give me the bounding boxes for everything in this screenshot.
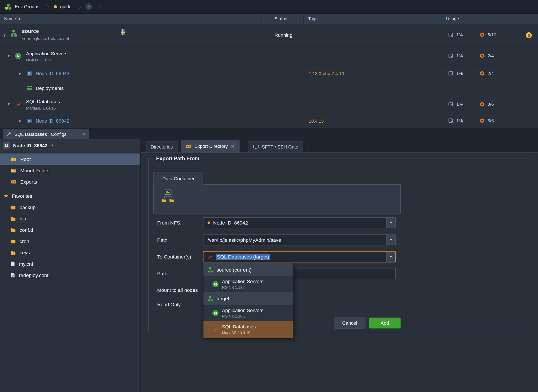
node-group-version: NGINX 1.18.0 (26, 58, 51, 62)
cloudlets-icon (480, 102, 485, 107)
monitor-icon (253, 145, 259, 149)
tree-item-cron[interactable]: cron (0, 235, 139, 247)
tree-item-mount-points[interactable]: Mount Points (0, 165, 139, 176)
from-nfs-select[interactable]: Node ID: 86942 ▼ (203, 217, 396, 228)
folder-icon (10, 239, 16, 243)
tree-item-root[interactable]: Root (0, 154, 139, 165)
dropdown-item-app-servers-target[interactable]: N Application Servers NGINX 1.18.0 (204, 305, 293, 321)
environment-icon (208, 296, 213, 301)
cloudlets-icon (480, 32, 485, 37)
folder-icon (11, 157, 16, 162)
nginx-icon: N (212, 281, 218, 287)
cloudlets-value: 3/6 (487, 102, 494, 107)
breadcrumb-env-groups[interactable]: Env Groups (0, 0, 44, 14)
tab-sql-databases-configs[interactable]: SQL Databases : Configs ✕ (3, 129, 89, 139)
tree-item-confd[interactable]: conf.d (0, 224, 139, 235)
tab-data-container[interactable]: Data Container (153, 172, 203, 185)
tree-item-label: Root (20, 156, 31, 162)
column-divider (303, 15, 304, 23)
env-row-node-86943[interactable]: ▸ Node ID: 86943 1.18.0-php-7.4.10 1% 2/… (0, 66, 538, 81)
disk-usage-icon (449, 102, 453, 106)
dropdown-group-label: target (216, 296, 229, 301)
sort-asc-icon: ▲ (18, 17, 21, 20)
tree-item-label: bin (20, 216, 26, 221)
tree-item-keys[interactable]: keys (0, 247, 139, 258)
column-usage-label: Usage (446, 16, 459, 21)
cancel-button[interactable]: Cancel (334, 317, 365, 328)
disk-usage-value: 1% (456, 102, 463, 107)
mariadb-icon (208, 254, 213, 259)
dropdown-group-source[interactable]: source (current) (204, 263, 293, 276)
tab-export-directory[interactable]: Export Directory ✕ (181, 140, 239, 153)
env-row-deployments[interactable]: Deployments (0, 81, 538, 95)
env-running-dot-icon (54, 5, 57, 8)
path-select[interactable]: /var/lib/jelastic/phpMyAdmin/save ▼ (203, 234, 396, 245)
node-id-link[interactable]: Node ID: 86942 (36, 118, 70, 124)
env-status: Running (274, 32, 292, 38)
tree-item-exports[interactable]: Exports (0, 176, 139, 187)
mount-all-nodes-label: Mount to all nodes (157, 287, 198, 293)
disk-usage-value: 1% (456, 71, 463, 76)
breadcrumb: Env Groups guide + (0, 0, 538, 14)
collapse-icon[interactable]: ▾ (8, 54, 10, 58)
disk-usage-value: 1% (456, 118, 463, 123)
dropdown-item-subtitle: MariaDB 10.4.15 (222, 330, 256, 335)
add-button[interactable]: Add (369, 317, 401, 328)
env-guide-label: guide (60, 4, 71, 9)
nginx-icon: N (212, 310, 218, 316)
env-row-app-servers[interactable]: ▾ N Application Servers NGINX 1.18.0 1% … (0, 47, 538, 66)
caret-down-icon: ▼ (390, 255, 393, 258)
path2-label: Path: (157, 271, 169, 276)
tab-label: Export Directory (195, 144, 228, 149)
dropdown-group-target[interactable]: target (204, 292, 293, 305)
dropdown-trigger[interactable]: ▼ (386, 218, 395, 228)
mount-points-icon (11, 168, 16, 173)
node-id-link[interactable]: Node ID: 86943 (36, 71, 70, 76)
path-value: /var/lib/jelastic/phpMyAdmin/save (208, 237, 281, 243)
deployments-label: Deployments (36, 85, 64, 91)
column-usage[interactable]: Usage (446, 14, 459, 24)
dropdown-trigger[interactable]: ▼ (386, 235, 395, 245)
tree-item-redeploy-conf[interactable]: redeploy.conf (0, 269, 139, 281)
column-status[interactable]: Status (274, 14, 287, 24)
tab-directories[interactable]: Directories (145, 141, 178, 152)
collapse-icon[interactable]: ▾ (8, 102, 10, 106)
column-name-label: Name (4, 16, 16, 21)
disk-usage-icon (449, 118, 453, 123)
to-containers-select[interactable]: SQL Databases (target) ▼ (203, 251, 396, 262)
breadcrumb-env-guide[interactable]: guide (49, 0, 76, 14)
expand-icon[interactable]: ▸ (19, 71, 21, 75)
tab-label: Data Container (162, 176, 195, 181)
node-icon (27, 118, 33, 124)
dropdown-item-app-servers-source[interactable]: N Application Servers NGINX 1.18.0 (204, 276, 293, 292)
dropdown-item-sql-databases-target[interactable]: SQL Databases MariaDB 10.4.15 (204, 321, 293, 338)
close-icon[interactable]: ✕ (231, 144, 234, 149)
tree-item-label: backup (20, 205, 36, 210)
tree-section-favorites[interactable]: ★ Favorites (0, 190, 139, 201)
tree-item-bin[interactable]: bin (0, 213, 139, 224)
env-name: source (22, 28, 39, 34)
column-tags[interactable]: Tags (308, 14, 317, 24)
env-row-node-86942[interactable]: ▸ Node ID: 86942 10.4.15 1% 3/6 (0, 114, 538, 128)
tree-item-mycnf[interactable]: my.cnf (0, 258, 139, 269)
wrench-icon (7, 132, 11, 136)
mariadb-icon (15, 101, 21, 107)
deployments-icon (27, 85, 32, 91)
exports-icon (11, 179, 16, 184)
column-name[interactable]: Name ▲ (4, 14, 21, 24)
add-env-group-button[interactable]: + (86, 4, 92, 10)
tree-item-backup[interactable]: backup (0, 201, 139, 213)
expand-icon[interactable]: ▸ (19, 118, 21, 123)
dropdown-trigger[interactable]: ▼ (386, 252, 395, 262)
env-row-source[interactable]: ▾ source source.jls-sto1.elastx.net Runn… (0, 24, 538, 47)
close-icon[interactable]: ✕ (82, 132, 86, 136)
tree-item-label: Exports (20, 179, 37, 184)
folder-icon (10, 227, 16, 232)
env-list-header: Name ▲ Status Tags Usage (0, 14, 538, 24)
env-row-sql-databases[interactable]: ▾ SQL Databases MariaDB 10.4.15 1% 3/6 (0, 95, 538, 114)
tab-sftp-ssh-gate[interactable]: SFTP / SSH Gate (248, 141, 303, 152)
breadcrumb-separator-icon (96, 4, 102, 9)
node-selector[interactable]: M Node ID: 86942 ▼ (0, 139, 139, 152)
collapse-icon[interactable]: ▾ (4, 33, 6, 37)
configs-tab-title: SQL Databases : Configs (14, 131, 79, 137)
